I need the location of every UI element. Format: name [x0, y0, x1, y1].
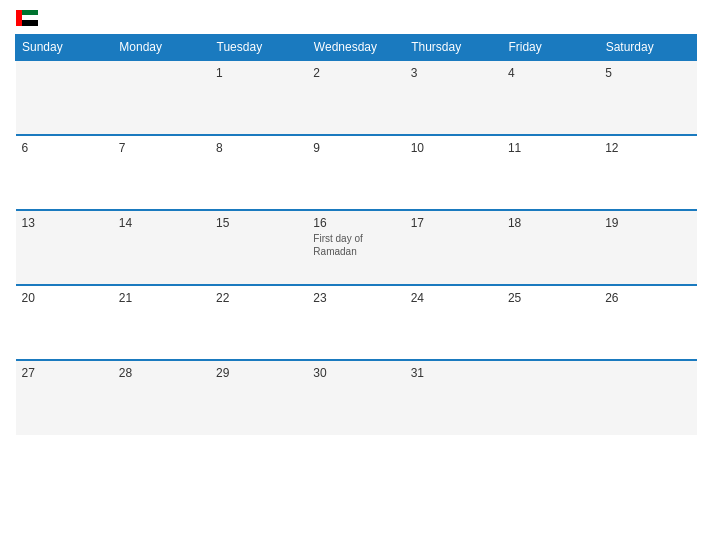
week-row-5: 2728293031: [16, 360, 697, 435]
day-cell: 6: [16, 135, 113, 210]
day-number: 16: [313, 216, 398, 230]
day-cell: [502, 360, 599, 435]
week-row-2: 6789101112: [16, 135, 697, 210]
logo: [15, 10, 39, 26]
day-number: 23: [313, 291, 398, 305]
day-number: 18: [508, 216, 593, 230]
day-number: 19: [605, 216, 690, 230]
event-text: First day of Ramadan: [313, 232, 398, 258]
calendar-thead: SundayMondayTuesdayWednesdayThursdayFrid…: [16, 35, 697, 61]
day-cell: 15: [210, 210, 307, 285]
day-number: 13: [22, 216, 107, 230]
day-cell: [16, 60, 113, 135]
day-cell: 4: [502, 60, 599, 135]
day-cell: [113, 60, 210, 135]
day-cell: 13: [16, 210, 113, 285]
day-cell: 20: [16, 285, 113, 360]
day-cell: 12: [599, 135, 696, 210]
day-cell: 1: [210, 60, 307, 135]
day-number: 22: [216, 291, 301, 305]
day-cell: [599, 360, 696, 435]
day-cell: 26: [599, 285, 696, 360]
day-number: 2: [313, 66, 398, 80]
weekday-header-row: SundayMondayTuesdayWednesdayThursdayFrid…: [16, 35, 697, 61]
day-number: 10: [411, 141, 496, 155]
day-number: 14: [119, 216, 204, 230]
day-cell: 31: [405, 360, 502, 435]
day-cell: 22: [210, 285, 307, 360]
calendar-table: SundayMondayTuesdayWednesdayThursdayFrid…: [15, 34, 697, 435]
weekday-header-sunday: Sunday: [16, 35, 113, 61]
logo-flag-icon: [16, 10, 38, 26]
day-number: 21: [119, 291, 204, 305]
week-row-1: 12345: [16, 60, 697, 135]
day-number: 15: [216, 216, 301, 230]
weekday-header-tuesday: Tuesday: [210, 35, 307, 61]
day-cell: 19: [599, 210, 696, 285]
day-number: 25: [508, 291, 593, 305]
day-cell: 3: [405, 60, 502, 135]
week-row-4: 20212223242526: [16, 285, 697, 360]
day-number: 3: [411, 66, 496, 80]
day-number: 20: [22, 291, 107, 305]
day-cell: 5: [599, 60, 696, 135]
day-cell: 27: [16, 360, 113, 435]
day-number: 9: [313, 141, 398, 155]
day-number: 6: [22, 141, 107, 155]
day-number: 12: [605, 141, 690, 155]
weekday-header-saturday: Saturday: [599, 35, 696, 61]
day-cell: 7: [113, 135, 210, 210]
day-cell: 21: [113, 285, 210, 360]
day-number: 11: [508, 141, 593, 155]
weekday-header-friday: Friday: [502, 35, 599, 61]
day-cell: 2: [307, 60, 404, 135]
day-number: 24: [411, 291, 496, 305]
day-cell: 14: [113, 210, 210, 285]
day-number: 30: [313, 366, 398, 380]
calendar-header: [15, 10, 697, 26]
day-cell: 17: [405, 210, 502, 285]
day-cell: 29: [210, 360, 307, 435]
day-cell: 24: [405, 285, 502, 360]
day-number: 7: [119, 141, 204, 155]
day-cell: 30: [307, 360, 404, 435]
calendar-body: 12345678910111213141516First day of Rama…: [16, 60, 697, 435]
calendar-container: SundayMondayTuesdayWednesdayThursdayFrid…: [0, 0, 712, 550]
day-cell: 18: [502, 210, 599, 285]
week-row-3: 13141516First day of Ramadan171819: [16, 210, 697, 285]
weekday-header-monday: Monday: [113, 35, 210, 61]
day-cell: 10: [405, 135, 502, 210]
day-cell: 16First day of Ramadan: [307, 210, 404, 285]
day-number: 8: [216, 141, 301, 155]
day-number: 28: [119, 366, 204, 380]
day-number: 4: [508, 66, 593, 80]
day-number: 27: [22, 366, 107, 380]
day-cell: 11: [502, 135, 599, 210]
day-number: 17: [411, 216, 496, 230]
day-number: 5: [605, 66, 690, 80]
day-cell: 8: [210, 135, 307, 210]
weekday-header-thursday: Thursday: [405, 35, 502, 61]
day-cell: 28: [113, 360, 210, 435]
day-cell: 9: [307, 135, 404, 210]
weekday-header-wednesday: Wednesday: [307, 35, 404, 61]
day-number: 1: [216, 66, 301, 80]
svg-rect-3: [16, 10, 22, 26]
day-number: 31: [411, 366, 496, 380]
day-cell: 25: [502, 285, 599, 360]
day-number: 26: [605, 291, 690, 305]
day-number: 29: [216, 366, 301, 380]
day-cell: 23: [307, 285, 404, 360]
